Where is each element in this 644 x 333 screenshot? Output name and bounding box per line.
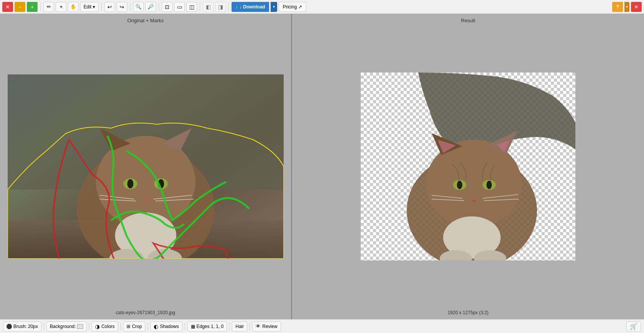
- svg-point-28: [486, 181, 492, 189]
- separator-b6: [229, 323, 230, 330]
- top-toolbar: ✕ − + ✏ ⌖ ✋ Edit ▾ ↩ ↪ 🔍 🔎 ⊡ ▭ ◫: [0, 0, 644, 14]
- split-icon: ◫: [189, 4, 194, 10]
- zoom-out-btn[interactable]: 🔎: [145, 2, 156, 12]
- separator-b7: [250, 323, 250, 330]
- download-label: ↓ Download: [240, 4, 265, 10]
- redo-icon: ↪: [120, 4, 124, 10]
- hide-right-btn[interactable]: ◨: [215, 2, 226, 12]
- separator-4: [159, 3, 159, 11]
- edges-btn[interactable]: ▦ Edges 1, 1, 0: [187, 321, 227, 331]
- review-label: Review: [262, 324, 277, 329]
- minimize-window-btn[interactable]: −: [15, 2, 25, 12]
- cat-image: [8, 74, 284, 259]
- separator-b1: [44, 323, 44, 330]
- svg-point-9: [127, 179, 133, 188]
- zoom-in-btn[interactable]: 🔍: [133, 2, 144, 12]
- frame-icon: ▭: [177, 4, 182, 10]
- shadows-icon: ◐: [154, 323, 158, 330]
- canvas-area[interactable]: [8, 74, 284, 259]
- background-preview: [77, 324, 83, 329]
- colors-btn[interactable]: ◑ Colors: [92, 321, 118, 331]
- separator-3: [130, 3, 130, 11]
- right-panel: Result: [292, 14, 644, 319]
- separator-b5: [185, 323, 185, 330]
- separator-1: [40, 3, 41, 11]
- hair-btn[interactable]: Hair: [232, 321, 247, 331]
- undo-icon: ↩: [107, 4, 112, 10]
- lasso-tool-btn[interactable]: ⌖: [56, 2, 66, 12]
- review-icon: 👁: [256, 323, 261, 329]
- lasso-icon: ⌖: [60, 4, 62, 10]
- pencil-icon: ✏: [47, 4, 51, 10]
- edges-label: Edges 1, 1, 0: [197, 324, 224, 329]
- help-label: ?: [616, 4, 619, 10]
- frame-view-btn[interactable]: ▭: [174, 2, 185, 12]
- left-panel: Original + Marks: [0, 14, 291, 319]
- bottom-toolbar: Brush: 20px Background: ◑ Colors ⊞ Crop …: [0, 319, 644, 333]
- separator-5: [200, 3, 200, 11]
- redo-btn[interactable]: ↪: [117, 2, 127, 12]
- result-canvas: [361, 73, 575, 260]
- fit-view-btn[interactable]: ⊡: [162, 2, 172, 12]
- pricing-btn[interactable]: Pricing ↗: [279, 2, 306, 12]
- download-btn[interactable]: ↓ ↓ Download: [232, 2, 269, 12]
- background-text: Background:: [50, 324, 76, 329]
- help-btn[interactable]: ?: [612, 2, 623, 12]
- hand-icon: ✋: [70, 4, 76, 10]
- fit-icon: ⊡: [165, 4, 169, 10]
- download-chevron-icon: ▾: [273, 5, 275, 9]
- separator-6: [228, 3, 229, 11]
- svg-point-27: [457, 181, 462, 189]
- cart-icon: 🛒: [630, 323, 637, 330]
- brush-tool-btn[interactable]: Brush: 20px: [3, 321, 41, 331]
- shadows-btn[interactable]: ◐ Shadows: [150, 321, 182, 331]
- split-view-btn[interactable]: ◫: [186, 2, 197, 12]
- shadows-label: Shadows: [160, 324, 179, 329]
- colors-icon: ◑: [95, 323, 100, 330]
- crop-icon: ⊞: [127, 324, 130, 329]
- download-icon: ↓: [235, 4, 238, 10]
- download-arrow-btn[interactable]: ▾: [271, 2, 277, 12]
- close-app-icon: ✕: [634, 4, 639, 10]
- hide-left-btn[interactable]: ◧: [203, 2, 214, 12]
- edit-label: Edit ▾: [84, 4, 95, 10]
- maximize-window-btn[interactable]: +: [27, 2, 38, 12]
- crop-label: Crop: [132, 324, 142, 329]
- edit-btn[interactable]: Edit ▾: [80, 2, 99, 12]
- brush-label: Brush: 20px: [13, 324, 38, 329]
- main-area: Original + Marks: [0, 14, 644, 319]
- separator-2: [101, 3, 102, 11]
- hide-left-icon: ◧: [206, 4, 211, 10]
- hand-tool-btn[interactable]: ✋: [68, 2, 79, 12]
- result-title: Result: [461, 18, 475, 23]
- hide-right-icon: ◨: [218, 4, 223, 10]
- brush-icon: [7, 324, 12, 329]
- background-btn[interactable]: Background:: [46, 321, 87, 331]
- help-arrow-btn[interactable]: ▾: [624, 2, 629, 12]
- zoom-in-icon: 🔍: [135, 4, 141, 10]
- left-panel-title: Original + Marks: [127, 18, 164, 23]
- crop-btn[interactable]: ⊞ Crop: [123, 321, 145, 331]
- pencil-tool-btn[interactable]: ✏: [43, 2, 54, 12]
- colors-label: Colors: [101, 324, 115, 329]
- hair-label: Hair: [235, 324, 244, 329]
- separator-b4: [148, 323, 148, 330]
- close-window-btn[interactable]: ✕: [2, 2, 13, 12]
- help-chevron-icon: ▾: [626, 5, 628, 9]
- dimensions-label: 1920 x 1275px (3:2): [448, 310, 489, 315]
- pricing-label: Pricing ↗: [283, 4, 302, 10]
- cart-btn[interactable]: 🛒: [626, 321, 641, 331]
- review-btn[interactable]: 👁 Review: [252, 321, 281, 331]
- edges-icon: ▦: [191, 324, 195, 329]
- separator-b2: [89, 323, 89, 330]
- filename-label: cats-eyes-2671903_1920.jpg: [116, 310, 175, 315]
- svg-point-20: [426, 140, 522, 228]
- zoom-out-icon: 🔎: [148, 4, 154, 10]
- separator-b3: [120, 323, 121, 330]
- close-app-btn[interactable]: ✕: [631, 2, 642, 12]
- undo-btn[interactable]: ↩: [104, 2, 115, 12]
- result-image: [361, 73, 575, 260]
